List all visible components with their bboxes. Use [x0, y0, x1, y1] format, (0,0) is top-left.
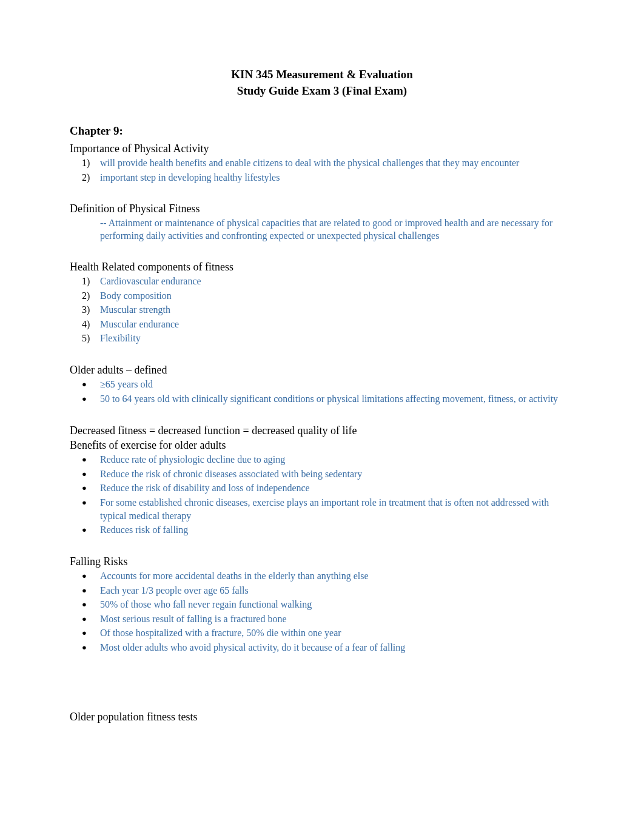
heading-importance: Importance of Physical Activity — [70, 141, 574, 156]
heading-falling-risks: Falling Risks — [70, 554, 574, 569]
list-item: Reduce rate of physiologic decline due t… — [100, 452, 574, 467]
section-benefits: Decreased fitness = decreased function =… — [70, 423, 574, 537]
list-item: Reduce the risk of chronic diseases asso… — [100, 467, 574, 481]
section-older-adults: Older adults – defined ≥65 years old 50 … — [70, 363, 574, 406]
section-components: Health Related components of fitness 1)C… — [70, 260, 574, 346]
list-item: Most serious result of falling is a frac… — [100, 612, 574, 626]
list-item: Accounts for more accidental deaths in t… — [100, 569, 574, 583]
list-item: Most older adults who avoid physical act… — [100, 640, 574, 655]
heading-older-tests: Older population fitness tests — [70, 709, 574, 724]
list-item: Of those hospitalized with a fracture, 5… — [100, 626, 574, 640]
list-item: 4)Muscular endurance — [100, 317, 574, 332]
heading-definition: Definition of Physical Fitness — [70, 201, 574, 216]
list-older-adults: ≥65 years old 50 to 64 years old with cl… — [70, 377, 574, 406]
list-benefits: Reduce rate of physiologic decline due t… — [70, 452, 574, 537]
section-importance: Importance of Physical Activity 1)will p… — [70, 141, 574, 184]
list-item: 2)Body composition — [100, 289, 574, 303]
heading-benefits: Benefits of exercise for older adults — [70, 438, 574, 452]
list-item: 50% of those who fall never regain funct… — [100, 597, 574, 612]
list-item: 5)Flexibility — [100, 331, 574, 346]
section-falling-risks: Falling Risks Accounts for more accident… — [70, 554, 574, 655]
title-line-2: Study Guide Exam 3 (Final Exam) — [70, 83, 574, 99]
list-item: Reduce the risk of disability and loss o… — [100, 481, 574, 495]
list-item: Reduces risk of falling — [100, 523, 574, 537]
section-definition: Definition of Physical Fitness -- Attain… — [70, 201, 574, 242]
heading-components: Health Related components of fitness — [70, 260, 574, 274]
list-item: 50 to 64 years old with clinically signi… — [100, 392, 574, 406]
list-item: 1)Cardiovascular endurance — [100, 274, 574, 289]
list-item: 3)Muscular strength — [100, 303, 574, 317]
list-importance: 1)will provide health benefits and enabl… — [70, 156, 574, 184]
list-item: ≥65 years old — [100, 377, 574, 392]
chapter-heading: Chapter 9: — [70, 123, 574, 139]
title-line-1: KIN 345 Measurement & Evaluation — [70, 67, 574, 83]
heading-older-adults: Older adults – defined — [70, 363, 574, 377]
list-item: 1)will provide health benefits and enabl… — [100, 156, 574, 170]
list-components: 1)Cardiovascular endurance 2)Body compos… — [70, 274, 574, 346]
definition-text: -- Attainment or maintenance of physical… — [70, 216, 574, 243]
document-title: KIN 345 Measurement & Evaluation Study G… — [70, 67, 574, 99]
list-item: For some established chronic diseases, e… — [100, 495, 574, 523]
list-item: Each year 1/3 people over age 65 falls — [100, 583, 574, 598]
heading-decreased: Decreased fitness = decreased function =… — [70, 423, 574, 438]
list-item: 2)important step in developing healthy l… — [100, 170, 574, 185]
list-falling-risks: Accounts for more accidental deaths in t… — [70, 569, 574, 655]
section-older-tests: Older population fitness tests — [70, 709, 574, 724]
